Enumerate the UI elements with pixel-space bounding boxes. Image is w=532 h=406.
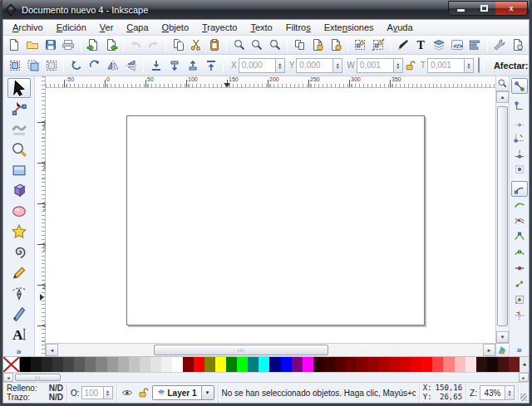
field-spinner-t[interactable]: ▲▼ [464, 58, 474, 73]
select-all-button[interactable] [6, 57, 23, 74]
text-dialog-button[interactable]: T [412, 37, 430, 53]
swatch-29[interactable] [324, 357, 335, 372]
layer-lock-open-icon[interactable] [136, 386, 150, 399]
rotate-90-ccw-button[interactable] [67, 57, 85, 74]
swatch-none[interactable] [3, 357, 20, 372]
layers-dialog-button[interactable] [431, 37, 448, 53]
zoom-spinner[interactable]: ▲▼ [505, 385, 515, 400]
swatch-3[interactable] [42, 357, 52, 372]
units-dropdown[interactable]: mm ▼ [478, 57, 480, 73]
create-clone-button[interactable] [309, 37, 327, 53]
xml-editor-button[interactable]: </> [448, 37, 466, 53]
scroll-up-arrow[interactable]: ▲ [496, 91, 509, 103]
snap-nodes-button[interactable] [511, 181, 528, 197]
swatch-6[interactable] [74, 357, 85, 372]
snap-path-intersections-button[interactable] [511, 213, 528, 228]
swatch-12[interactable] [140, 357, 150, 372]
bezier-pen-tool-button[interactable] [7, 283, 31, 303]
menu-capa[interactable]: Capa [121, 21, 154, 34]
snap-midpoints-button[interactable] [511, 260, 528, 276]
swatch-18[interactable] [204, 357, 215, 372]
rectangle-tool-button[interactable] [7, 160, 31, 180]
lock-unlocked-icon[interactable] [403, 59, 416, 72]
swatch-25[interactable] [281, 357, 292, 372]
snap-bounding-box-button[interactable] [511, 98, 528, 114]
snapbar-overflow-chevron[interactable]: » [516, 345, 521, 355]
layer-dropdown[interactable]: Layer 1 ▼ [152, 385, 214, 400]
paste-button[interactable] [206, 37, 224, 53]
swatch-4[interactable] [52, 357, 63, 372]
field-input-w[interactable] [357, 58, 393, 73]
sticky-zoom-button[interactable] [496, 76, 509, 91]
print-document-button[interactable] [60, 37, 77, 53]
horizontal-scrollbar[interactable]: ◄ III ► [46, 343, 495, 356]
text-tool-button[interactable]: A [7, 324, 31, 344]
palette-scroll-track[interactable]: III [13, 373, 519, 382]
swatch-2[interactable] [31, 357, 42, 372]
swatch-16[interactable] [183, 357, 194, 372]
horizontal-ruler[interactable]: -50050100150200250300350 [46, 76, 495, 88]
swatch-10[interactable] [118, 357, 129, 372]
box3d-tool-button[interactable] [7, 180, 31, 200]
flip-horizontal-button[interactable] [104, 57, 121, 74]
selector-tool-button[interactable] [7, 78, 31, 98]
swatch-19[interactable] [215, 357, 226, 372]
swatch-39[interactable] [432, 357, 443, 372]
swatch-17[interactable] [194, 357, 204, 372]
ungroup-objects-button[interactable] [370, 37, 387, 53]
zoom-to-drawing-button[interactable] [249, 37, 266, 53]
color-management-toggle[interactable] [496, 343, 509, 356]
swatch-11[interactable] [129, 357, 140, 372]
enable-snapping-button[interactable] [511, 78, 528, 94]
layer-visibility-eye-icon[interactable] [121, 386, 134, 399]
snap-smooth-nodes-button[interactable] [511, 244, 528, 260]
open-document-button[interactable] [24, 37, 42, 53]
fill-stroke-dialog-button[interactable] [394, 37, 411, 53]
export-bitmap-button[interactable] [102, 37, 120, 53]
snap-bbox-edge-midpoints-button[interactable] [511, 145, 528, 161]
swatch-14[interactable] [161, 357, 172, 372]
copy-button[interactable] [170, 37, 187, 53]
swatch-37[interactable] [411, 357, 421, 372]
flip-vertical-button[interactable] [122, 57, 140, 74]
swatch-38[interactable] [421, 357, 432, 372]
menu-ayuda[interactable]: Ayuda [382, 21, 419, 34]
maximize-button[interactable] [472, 2, 495, 15]
snap-to-paths-button[interactable] [511, 197, 528, 213]
undo-button[interactable] [127, 37, 145, 53]
lower-to-bottom-button[interactable] [147, 57, 165, 74]
resize-grip[interactable] [519, 383, 529, 403]
swatch-33[interactable] [367, 357, 378, 372]
horizontal-scroll-track[interactable]: III [58, 344, 483, 356]
menu-edicion[interactable]: Edición [51, 21, 92, 34]
snap-cusp-nodes-button[interactable] [511, 228, 528, 244]
tweak-tool-button[interactable] [7, 119, 31, 139]
new-document-button[interactable] [6, 37, 23, 53]
scroll-down-arrow[interactable]: ▼ [496, 331, 509, 343]
calligraphy-tool-button[interactable] [7, 304, 31, 324]
swatch-21[interactable] [237, 357, 248, 372]
swatch-20[interactable] [226, 357, 237, 372]
ellipse-tool-button[interactable] [7, 201, 31, 221]
swatch-41[interactable] [455, 357, 466, 372]
toolbox-overflow-chevron[interactable]: » [16, 346, 21, 356]
menu-archivo[interactable]: Archivo [7, 21, 49, 34]
group-objects-button[interactable] [352, 37, 369, 53]
deselect-button[interactable] [42, 57, 60, 74]
swatch-44[interactable] [487, 357, 498, 372]
zoom-to-page-button[interactable] [267, 37, 284, 53]
scroll-right-arrow[interactable]: ► [483, 344, 495, 356]
save-document-button[interactable] [42, 37, 59, 53]
redo-button[interactable] [145, 37, 163, 53]
palette-scroll-thumb[interactable]: III [15, 374, 61, 381]
duplicate-button[interactable] [291, 37, 308, 53]
canvas[interactable] [46, 88, 495, 343]
rotate-90-cw-button[interactable] [86, 57, 103, 74]
field-input-x[interactable] [239, 58, 275, 73]
snap-rotation-centers-button[interactable] [511, 291, 528, 307]
minimize-button[interactable] [449, 2, 472, 15]
vertical-scroll-track[interactable] [496, 103, 509, 331]
snap-object-centers-button[interactable] [511, 276, 528, 291]
menu-extensiones[interactable]: Extensiones [318, 21, 380, 34]
swatch-26[interactable] [292, 357, 303, 372]
